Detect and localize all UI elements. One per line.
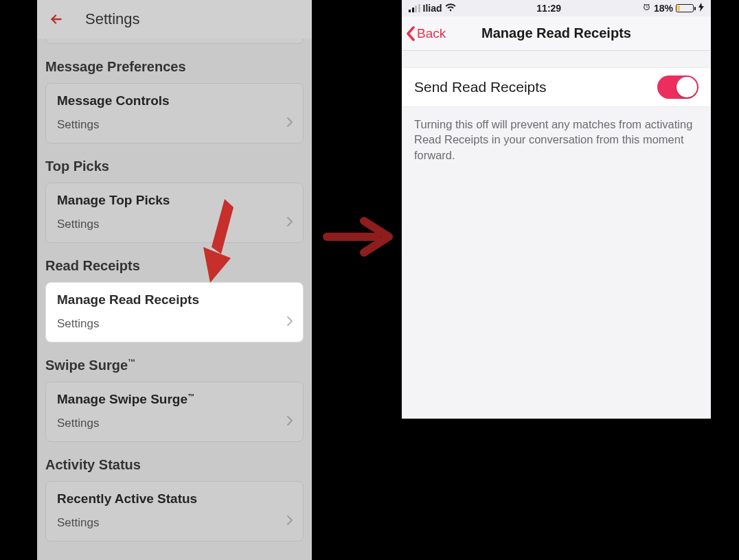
chevron-right-icon (286, 316, 293, 329)
card-title-text: Manage Swipe Surge (57, 392, 187, 406)
wifi-icon (445, 3, 456, 14)
back-label: Back (417, 26, 446, 41)
chevron-right-icon (286, 216, 293, 230)
trademark-icon: ™ (128, 358, 135, 366)
card-manage-top-picks[interactable]: Manage Top Picks Settings (45, 183, 304, 243)
card-title: Message Controls (57, 93, 292, 108)
section-title-read-receipts: Read Receipts (45, 258, 304, 274)
card-manage-swipe-surge[interactable]: Manage Swipe Surge™ Settings (45, 382, 304, 442)
section-title-text: Swipe Surge (45, 358, 128, 373)
toggle-label: Send Read Receipts (414, 79, 547, 95)
nav-title: Manage Read Receipts (402, 25, 711, 41)
charging-icon (698, 3, 704, 14)
card-subtitle: Settings (57, 118, 292, 132)
section-title-top-picks: Top Picks (45, 159, 304, 174)
card-subtitle: Settings (57, 317, 292, 331)
description-text: Turning this off will prevent any matche… (402, 107, 711, 172)
back-button[interactable]: Back (402, 26, 446, 41)
card-title: Recently Active Status (57, 491, 292, 506)
back-arrow-icon[interactable] (45, 8, 67, 30)
settings-header: Settings (37, 0, 312, 38)
chevron-right-icon (286, 117, 293, 130)
alarm-icon (642, 3, 651, 14)
card-subtitle: Settings (57, 516, 292, 530)
status-bar: Iliad 11:29 18% (402, 0, 711, 16)
card-subtitle: Settings (57, 417, 292, 430)
nav-bar: Back Manage Read Receipts (402, 16, 711, 51)
toggle-knob (677, 77, 697, 97)
transition-arrow-icon (323, 213, 393, 261)
card-message-controls[interactable]: Message Controls Settings (45, 83, 304, 143)
card-manage-read-receipts[interactable]: Manage Read Receipts Settings (45, 282, 304, 342)
battery-percent: 18% (654, 3, 673, 14)
card-title: Manage Top Picks (57, 193, 292, 208)
status-time: 11:29 (536, 3, 561, 14)
section-title-swipe-surge: Swipe Surge™ (45, 358, 304, 373)
carrier-label: Iliad (423, 3, 442, 14)
read-receipts-screen: Iliad 11:29 18% (402, 0, 711, 419)
chevron-left-icon (406, 26, 416, 41)
battery-icon (676, 4, 696, 12)
signal-bars-icon (409, 5, 420, 12)
card-title: Manage Read Receipts (57, 292, 292, 307)
card-subtitle: Settings (57, 218, 292, 231)
chevron-right-icon (286, 415, 293, 429)
chevron-right-icon (286, 515, 293, 528)
send-read-receipts-row: Send Read Receipts (402, 67, 711, 107)
card-recently-active-status[interactable]: Recently Active Status Settings (45, 481, 304, 541)
send-read-receipts-toggle[interactable] (657, 75, 698, 99)
section-title-message-preferences: Message Preferences (45, 59, 304, 75)
card-title: Manage Swipe Surge™ (57, 392, 292, 407)
settings-title: Settings (85, 10, 140, 28)
section-title-activity-status: Activity Status (45, 457, 304, 473)
settings-screen: Settings Message Preferences Message Con… (37, 0, 312, 560)
trademark-icon: ™ (187, 393, 194, 400)
